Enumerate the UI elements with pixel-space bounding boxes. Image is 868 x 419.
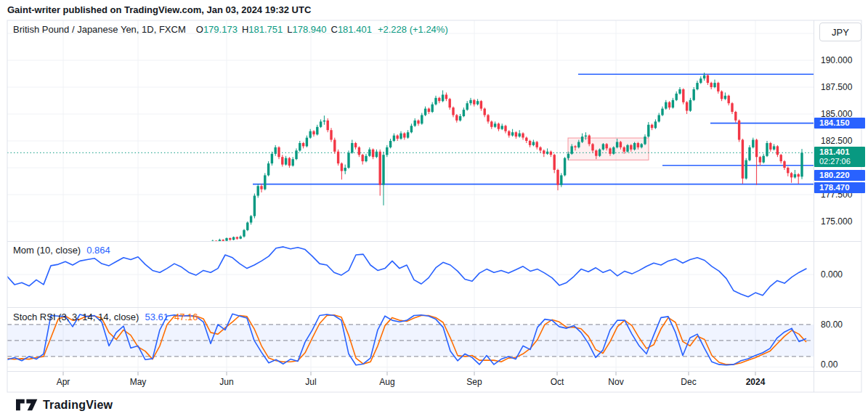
currency-toggle-button[interactable]: JPY — [819, 23, 861, 41]
price-level-label: 178.470 — [814, 182, 865, 193]
stoch-axis-tick: 80.00 — [819, 319, 844, 330]
time-axis-label: Jun — [219, 377, 233, 387]
momentum-value: 0.864 — [86, 245, 110, 256]
ohlc-open-value: 179.173 — [203, 24, 238, 35]
footer-brand[interactable]: TradingView — [16, 398, 113, 412]
ohlc-high-value: 181.751 — [248, 24, 283, 35]
price-axis-tick: 175.000 — [819, 216, 853, 227]
ohlc-high-label: H — [242, 24, 248, 35]
stoch-axis-tick: 0.00 — [819, 359, 839, 370]
stoch-d-value: 47.16 — [174, 312, 198, 322]
time-axis-label: Sep — [466, 377, 482, 387]
momentum-series — [7, 247, 806, 297]
ohlc-open-label: O — [196, 24, 203, 35]
tradingview-snapshot: Gaint-writer published on TradingView.co… — [0, 0, 868, 419]
ohlc-low-value: 178.940 — [293, 24, 327, 35]
ohlc-close-label: C — [331, 24, 338, 35]
time-axis-label: Apr — [57, 377, 70, 387]
price-level-label: 184.150 — [814, 118, 865, 129]
price-level-label: 180.220 — [814, 170, 865, 181]
stoch-k-value: 53.61 — [145, 312, 169, 322]
time-axis-label: Nov — [608, 377, 623, 387]
candlestick-series — [208, 73, 803, 244]
time-axis-label: Aug — [379, 377, 394, 387]
last-price-countdown-label: 181.40102:27:06 — [814, 147, 865, 167]
time-axis-label: 2024 — [746, 377, 766, 387]
price-axis-tick: 187.500 — [819, 81, 853, 93]
price-axis-tick: 182.500 — [819, 135, 853, 147]
symbol-title[interactable]: British Pound / Japanese Yen, 1D, FXCM — [13, 24, 186, 35]
time-axis-label: May — [130, 377, 147, 387]
ohlc-low-label: L — [287, 24, 292, 35]
momentum-legend: Mom (10, close)0.864 — [13, 245, 110, 256]
change-value: +2.228 (+1.24%) — [378, 24, 448, 35]
momentum-axis-tick: 0.000 — [819, 269, 844, 280]
main-legend: British Pound / Japanese Yen, 1D, FXCMO1… — [13, 24, 448, 35]
time-axis-label: Oct — [551, 377, 564, 387]
ohlc-close-value: 181.401 — [338, 24, 372, 35]
supply-zone[interactable] — [568, 138, 649, 160]
time-axis-label: Dec — [681, 377, 696, 387]
time-axis-label: Jul — [305, 377, 316, 387]
tradingview-logo-text: TradingView — [43, 399, 113, 412]
momentum-title[interactable]: Mom (10, close) — [13, 245, 81, 256]
tradingview-logo-icon — [16, 398, 38, 412]
stoch-rsi-legend: Stoch RSI (3, 3, 14, 14, close)53.6147.1… — [13, 312, 198, 322]
chart-canvas[interactable] — [0, 0, 868, 419]
price-axis-tick: 190.000 — [819, 54, 853, 66]
stoch-rsi-title[interactable]: Stoch RSI (3, 3, 14, 14, close) — [13, 312, 139, 322]
